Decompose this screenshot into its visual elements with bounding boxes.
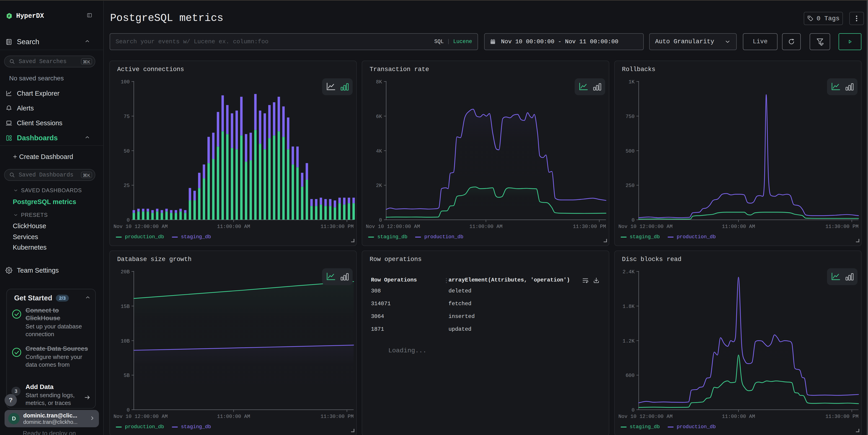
svg-text:500: 500: [625, 148, 634, 154]
svg-text:8K: 8K: [376, 79, 382, 85]
svg-text:0: 0: [631, 218, 634, 223]
svg-text:11:30:00 PM: 11:30:00 PM: [320, 414, 353, 420]
svg-text:11:00:00 AM: 11:00:00 AM: [722, 414, 755, 420]
svg-text:Nov 10 12:00:00 AM: Nov 10 12:00:00 AM: [618, 224, 673, 230]
svg-text:0: 0: [127, 218, 130, 223]
svg-text:5B: 5B: [124, 373, 130, 378]
svg-text:Nov 10 12:00:00 AM: Nov 10 12:00:00 AM: [114, 224, 168, 230]
svg-text:750: 750: [625, 114, 634, 120]
svg-text:100: 100: [121, 79, 130, 85]
svg-text:25: 25: [124, 183, 130, 189]
svg-text:Nov 10 12:00:00 AM: Nov 10 12:00:00 AM: [618, 414, 673, 420]
svg-text:15B: 15B: [121, 304, 130, 309]
svg-text:4K: 4K: [376, 148, 382, 154]
svg-text:75: 75: [124, 114, 130, 120]
svg-text:2.4K: 2.4K: [622, 269, 635, 275]
svg-text:1.2K: 1.2K: [622, 338, 635, 344]
svg-text:0: 0: [127, 407, 130, 413]
svg-text:11:30:00 PM: 11:30:00 PM: [826, 224, 859, 230]
svg-text:0: 0: [379, 218, 382, 223]
svg-text:11:30:00 PM: 11:30:00 PM: [573, 224, 606, 230]
svg-text:Nov 10 12:00:00 AM: Nov 10 12:00:00 AM: [114, 414, 168, 420]
svg-text:Nov 10 12:00:00 AM: Nov 10 12:00:00 AM: [366, 224, 420, 230]
svg-text:11:00:00 AM: 11:00:00 AM: [217, 224, 250, 230]
svg-text:11:00:00 AM: 11:00:00 AM: [217, 414, 250, 420]
svg-text:11:30:00 PM: 11:30:00 PM: [826, 414, 859, 420]
svg-text:20B: 20B: [121, 269, 130, 275]
svg-text:0: 0: [631, 407, 634, 413]
svg-text:600: 600: [625, 373, 634, 378]
svg-text:1K: 1K: [628, 79, 634, 85]
svg-text:2K: 2K: [376, 183, 382, 189]
svg-text:11:00:00 AM: 11:00:00 AM: [470, 224, 503, 230]
svg-text:50: 50: [124, 148, 130, 154]
svg-text:250: 250: [625, 183, 634, 189]
svg-text:11:00:00 AM: 11:00:00 AM: [722, 224, 755, 230]
svg-text:10B: 10B: [121, 338, 130, 344]
svg-text:11:30:00 PM: 11:30:00 PM: [320, 224, 353, 230]
svg-text:6K: 6K: [376, 114, 382, 120]
svg-text:1.8K: 1.8K: [622, 304, 635, 309]
